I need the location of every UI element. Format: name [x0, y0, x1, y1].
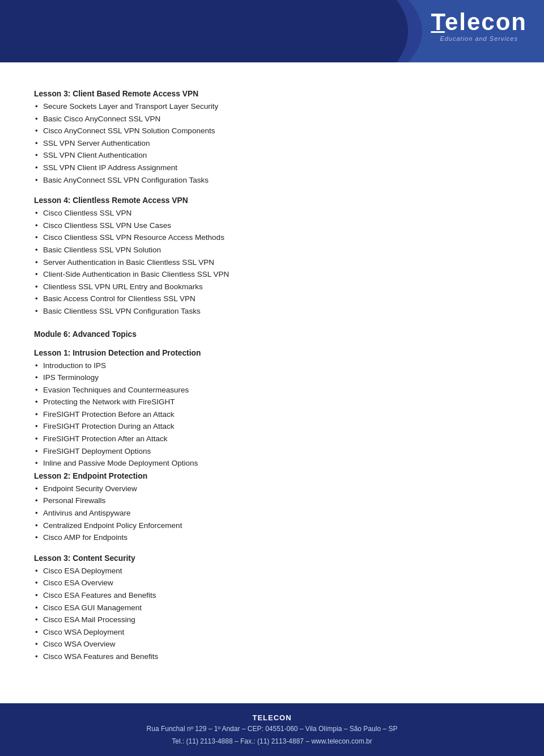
list-item: Endpoint Security Overview: [34, 483, 510, 495]
list-item: Protecting the Network with FireSIGHT: [34, 396, 510, 408]
lesson4-list: Cisco Clientless SSL VPNCisco Clientless…: [34, 207, 510, 317]
list-item: Cisco AMP for Endpoints: [34, 531, 510, 544]
list-item: Cisco WSA Features and Benefits: [34, 651, 510, 663]
lesson2-endpoint-heading: Lesson 2: Endpoint Protection: [34, 472, 510, 480]
list-item: Cisco WSA Deployment: [34, 626, 510, 639]
list-item: FireSIGHT Protection Before an Attack: [34, 408, 510, 421]
list-item: FireSIGHT Protection After an Attack: [34, 433, 510, 445]
lesson1-ids-list: Introduction to IPSIPS TerminologyEvasio…: [34, 360, 510, 470]
list-item: Secure Sockets Layer and Transport Layer…: [34, 100, 510, 113]
lesson3-content-list: Cisco ESA DeploymentCisco ESA OverviewCi…: [34, 565, 510, 663]
list-item: Inline and Passive Mode Deployment Optio…: [34, 457, 510, 470]
list-item: Server Authentication in Basic Clientles…: [34, 256, 510, 269]
footer-address-line1: Rua Funchal nº 129 – 1º Andar – CEP: 045…: [11, 724, 533, 734]
list-item: Cisco Clientless SSL VPN: [34, 207, 510, 219]
list-item: Clientless SSL VPN URL Entry and Bookmar…: [34, 281, 510, 293]
lesson3-content-heading: Lesson 3: Content Security: [34, 554, 510, 563]
list-item: Cisco Clientless SSL VPN Use Cases: [34, 219, 510, 232]
list-item: Basic Cisco AnyConnect SSL VPN: [34, 113, 510, 125]
list-item: IPS Terminology: [34, 371, 510, 384]
list-item: Evasion Techniques and Countermeasures: [34, 384, 510, 396]
list-item: Personal Firewalls: [34, 495, 510, 507]
footer-company: TELECON: [11, 713, 533, 722]
lesson3-client-heading: Lesson 3: Client Based Remote Access VPN: [34, 90, 510, 98]
list-item: FireSIGHT Protection During an Attack: [34, 420, 510, 433]
list-item: FireSIGHT Deployment Options: [34, 445, 510, 458]
header: Telecon Education and Services: [0, 0, 544, 62]
list-item: Cisco ESA Overview: [34, 577, 510, 589]
lesson4-heading: Lesson 4: Clientless Remote Access VPN: [34, 196, 510, 205]
list-item: Basic Clientless SSL VPN Configuration T…: [34, 305, 510, 318]
list-item: Basic Clientless SSL VPN Solution: [34, 244, 510, 256]
list-item: Basic Access Control for Clientless SSL …: [34, 293, 510, 305]
lesson2-endpoint-list: Endpoint Security OverviewPersonal Firew…: [34, 483, 510, 544]
list-item: Cisco ESA Deployment: [34, 565, 510, 577]
list-item: Introduction to IPS: [34, 360, 510, 372]
main-content: Lesson 3: Client Based Remote Access VPN…: [0, 62, 544, 756]
logo-text: Telecon: [431, 10, 527, 34]
logo-subtitle: Education and Services: [440, 35, 518, 42]
list-item: SSL VPN Client Authentication: [34, 149, 510, 162]
list-item: SSL VPN Client IP Address Assignment: [34, 162, 510, 174]
list-item: Cisco ESA Features and Benefits: [34, 589, 510, 602]
module6-heading: Module 6: Advanced Topics: [34, 330, 510, 339]
footer: TELECON Rua Funchal nº 129 – 1º Andar – …: [0, 703, 544, 756]
list-item: Cisco ESA Mail Processing: [34, 614, 510, 626]
list-item: Antivirus and Antispyware: [34, 507, 510, 520]
list-item: Centralized Endpoint Policy Enforcement: [34, 520, 510, 532]
list-item: Basic AnyConnect SSL VPN Configuration T…: [34, 174, 510, 187]
list-item: Cisco Clientless SSL VPN Resource Access…: [34, 231, 510, 244]
list-item: SSL VPN Server Authentication: [34, 137, 510, 150]
lesson1-ids-heading: Lesson 1: Intrusion Detection and Protec…: [34, 349, 510, 357]
list-item: Cisco AnyConnect SSL VPN Solution Compon…: [34, 125, 510, 137]
list-item: Client-Side Authentication in Basic Clie…: [34, 268, 510, 281]
lesson3-client-list: Secure Sockets Layer and Transport Layer…: [34, 100, 510, 186]
footer-address-line2: Tel.: (11) 2113-4888 – Fax.: (11) 2113-4…: [11, 736, 533, 747]
list-item: Cisco ESA GUI Management: [34, 602, 510, 614]
logo-area: Telecon Education and Services: [431, 10, 527, 42]
list-item: Cisco WSA Overview: [34, 638, 510, 651]
